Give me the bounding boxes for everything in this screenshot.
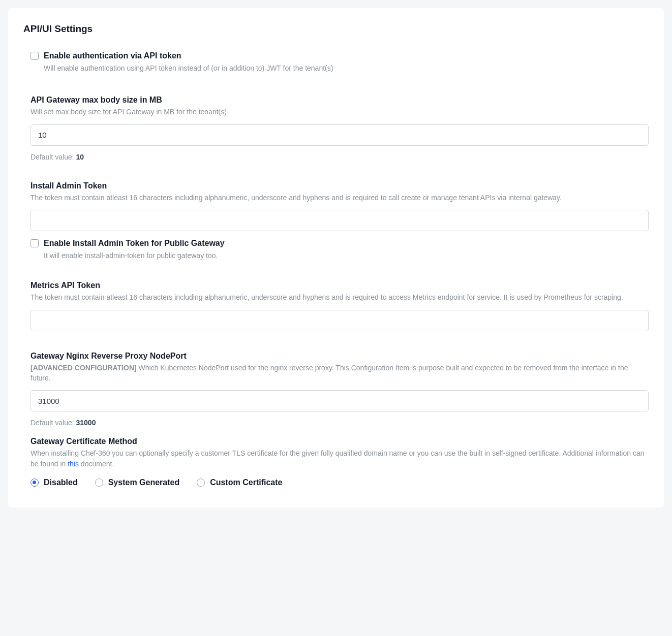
nodeport-input[interactable] xyxy=(30,390,649,411)
default-value: 10 xyxy=(76,153,84,161)
cert-doc-link[interactable]: this xyxy=(68,460,79,468)
enable-api-token-label: Enable authentication via API token xyxy=(44,51,181,61)
max-body-size-label: API Gateway max body size in MB xyxy=(30,96,649,105)
metrics-api-token-description: The token must contain atleast 16 charac… xyxy=(30,292,649,302)
enable-api-token-checkbox[interactable] xyxy=(30,52,39,60)
advanced-tag: [ADVANCED CONFIGURATION] xyxy=(30,364,137,372)
nodeport-description: [ADVANCED CONFIGURATION] Which Kubernete… xyxy=(30,363,649,384)
install-admin-token-description: The token must contain atleast 16 charac… xyxy=(30,193,649,203)
cert-method-group: Gateway Certificate Method When installi… xyxy=(23,437,649,487)
cert-method-radio-system-label: System Generated xyxy=(108,478,180,487)
max-body-size-group: API Gateway max body size in MB Will set… xyxy=(23,96,649,161)
max-body-size-description: Will set max body size for API Gateway i… xyxy=(30,107,649,117)
default-prefix: Default value: xyxy=(30,419,76,427)
enable-install-admin-public-description: It will enable install-admin-token for p… xyxy=(44,251,649,261)
enable-api-token-group: Enable authentication via API token Will… xyxy=(23,51,649,73)
max-body-size-default: Default value: 10 xyxy=(30,153,649,161)
install-admin-token-label: Install Admin Token xyxy=(30,181,649,190)
cert-method-radio-row: Disabled System Generated Custom Certifi… xyxy=(30,478,649,487)
metrics-api-token-group: Metrics API Token The token must contain… xyxy=(23,281,649,331)
settings-card: API/UI Settings Enable authentication vi… xyxy=(8,8,664,507)
cert-method-description: When installing Chef-360 you can optiona… xyxy=(30,448,649,469)
cert-desc-suffix: document. xyxy=(79,460,114,468)
metrics-api-token-label: Metrics API Token xyxy=(30,281,649,290)
install-admin-token-group: Install Admin Token The token must conta… xyxy=(23,181,649,261)
nodeport-group: Gateway Nginx Reverse Proxy NodePort [AD… xyxy=(23,352,649,427)
enable-api-token-description: Will enable authentication using API tok… xyxy=(44,63,649,74)
enable-install-admin-public-checkbox[interactable] xyxy=(30,239,39,247)
cert-method-radio-disabled-label: Disabled xyxy=(44,478,78,487)
cert-method-radio-disabled[interactable] xyxy=(30,479,39,487)
nodeport-label: Gateway Nginx Reverse Proxy NodePort xyxy=(30,352,649,361)
cert-desc-prefix: When installing Chef-360 you can optiona… xyxy=(30,449,645,467)
cert-method-radio-custom-label: Custom Certificate xyxy=(210,478,282,487)
card-title: API/UI Settings xyxy=(23,23,649,35)
default-value: 31000 xyxy=(76,419,96,427)
install-admin-token-input[interactable] xyxy=(30,210,649,231)
cert-method-radio-custom[interactable] xyxy=(197,479,205,487)
cert-method-radio-system[interactable] xyxy=(95,479,103,487)
metrics-api-token-input[interactable] xyxy=(30,310,649,331)
nodeport-default: Default value: 31000 xyxy=(30,419,649,427)
default-prefix: Default value: xyxy=(30,153,76,161)
enable-install-admin-public-label: Enable Install Admin Token for Public Ga… xyxy=(44,238,225,249)
max-body-size-input[interactable] xyxy=(30,124,649,146)
cert-method-label: Gateway Certificate Method xyxy=(30,437,649,446)
